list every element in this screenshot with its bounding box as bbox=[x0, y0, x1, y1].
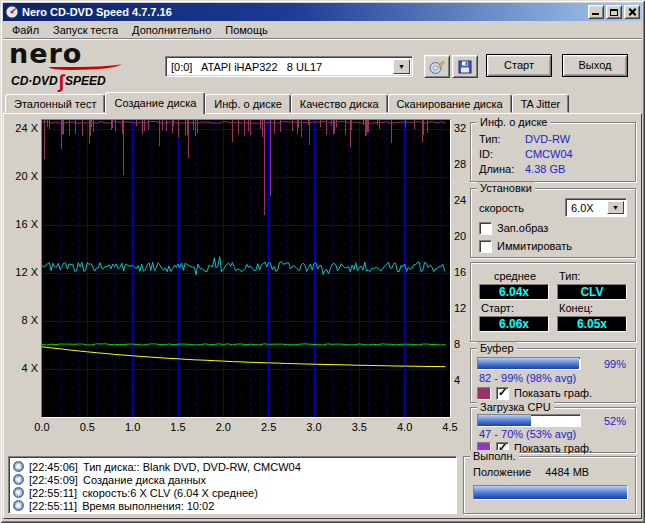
cpu-percent: 52% bbox=[604, 415, 629, 427]
tab-scan-disc[interactable]: Сканирование диска bbox=[388, 94, 512, 113]
disc-icon bbox=[13, 487, 24, 498]
end-speed-value: 6.05x bbox=[557, 316, 627, 332]
speed-row: скорость 6.0X ▼ bbox=[479, 198, 627, 217]
disc-pencil-icon bbox=[429, 59, 445, 75]
disc-id-label: ID: bbox=[479, 148, 525, 160]
start-button[interactable]: Старт bbox=[486, 54, 552, 77]
cpu-bar-row: 52% bbox=[477, 414, 629, 427]
disc-info-group: Инф. о диске Тип: DVD-RW ID: CMCW04 Длин… bbox=[470, 122, 636, 182]
buffer-range: 82 - 99% (98% avg) bbox=[477, 372, 629, 384]
tab-disc-info[interactable]: Инф. о диске bbox=[205, 94, 290, 113]
event-log[interactable]: [22:45:06]Тип диска:: Blank DVD, DVD-RW,… bbox=[8, 456, 457, 514]
menu-extras[interactable]: Дополнительно bbox=[125, 22, 218, 38]
logo-s-icon: ∫ bbox=[58, 71, 65, 92]
write-image-option: Зап.образ bbox=[479, 221, 627, 235]
buffer-show-graph-row: Показать граф. bbox=[477, 386, 629, 400]
toolbar: nero CD·DVD∫SPEED [0:0] ATAPI iHAP322 8 … bbox=[3, 40, 642, 91]
average-speed-label: среднее bbox=[479, 270, 549, 282]
log-timestamp: [22:45:09] bbox=[29, 474, 78, 486]
create-disc-button[interactable] bbox=[424, 55, 450, 78]
speed-select[interactable]: 6.0X ▼ bbox=[565, 198, 627, 217]
menu-bar: Файл Запуск теста Дополнительно Помощь bbox=[3, 21, 642, 38]
end-speed-label: Конец: bbox=[557, 302, 627, 314]
tab-strip: Эталонный тест Создание диска Инф. о дис… bbox=[5, 92, 640, 114]
cpu-group: Загрузка CPU 52% 47 - 70% (53% avg) Пока… bbox=[470, 407, 636, 453]
menu-help[interactable]: Помощь bbox=[218, 22, 275, 38]
log-text: Время выполнения: 10:02 bbox=[82, 500, 214, 512]
disc-length-label: Длина: bbox=[479, 163, 525, 175]
disc-icon bbox=[13, 474, 24, 485]
log-line: [22:55:11]скорость:6 X CLV (6.04 X средн… bbox=[13, 486, 452, 499]
log-text: скорость:6 X CLV (6.04 X среднее) bbox=[82, 487, 258, 499]
cpu-progressbar bbox=[477, 414, 581, 427]
buffer-percent: 99% bbox=[604, 358, 629, 370]
buffer-color-swatch bbox=[477, 387, 491, 400]
buffer-title: Буфер bbox=[477, 342, 517, 354]
speed-label: скорость bbox=[479, 202, 524, 214]
buffer-progressbar bbox=[477, 357, 581, 370]
buffer-bar-row: 99% bbox=[477, 357, 629, 370]
cpu-show-graph-label: Показать граф. bbox=[514, 442, 592, 454]
simulate-label: Иммитировать bbox=[497, 240, 572, 252]
average-speed-value: 6.04x bbox=[479, 284, 549, 300]
write-type-label: Тип: bbox=[557, 270, 627, 282]
write-image-label: Зап.образ bbox=[497, 222, 548, 234]
minimize-button[interactable] bbox=[588, 5, 604, 19]
speed-chart bbox=[42, 120, 450, 417]
tab-ta-jitter[interactable]: TA Jitter bbox=[512, 94, 570, 113]
buffer-show-graph-checkbox[interactable] bbox=[496, 387, 509, 400]
disc-id-value: CMCW04 bbox=[525, 148, 573, 160]
disc-type-row: Тип: DVD-RW bbox=[479, 133, 627, 145]
disc-icon bbox=[13, 461, 24, 472]
tab-benchmark-test[interactable]: Эталонный тест bbox=[5, 94, 105, 113]
progress-bar bbox=[473, 485, 628, 500]
close-button[interactable] bbox=[624, 5, 640, 19]
chevron-down-icon[interactable]: ▼ bbox=[393, 59, 410, 74]
exit-button[interactable]: Выход bbox=[562, 54, 628, 77]
menu-file[interactable]: Файл bbox=[5, 22, 46, 38]
log-line: [22:45:06]Тип диска:: Blank DVD, DVD-RW,… bbox=[13, 460, 452, 473]
maximize-button[interactable] bbox=[606, 5, 622, 19]
simulate-option: Иммитировать bbox=[479, 239, 627, 253]
settings-group: Установки скорость 6.0X ▼ Зап.образ Имми… bbox=[470, 188, 636, 258]
simulate-checkbox[interactable] bbox=[479, 240, 492, 253]
chevron-down-icon[interactable]: ▼ bbox=[607, 201, 624, 214]
disc-icon bbox=[13, 500, 24, 511]
chart-plot bbox=[41, 119, 451, 418]
write-image-checkbox[interactable] bbox=[479, 222, 492, 235]
title-bar: Nero CD-DVD Speed 4.7.7.16 bbox=[3, 3, 642, 21]
cpu-range: 47 - 70% (53% avg) bbox=[477, 428, 629, 440]
app-window: Nero CD-DVD Speed 4.7.7.16 Файл Запуск т… bbox=[0, 0, 645, 523]
disc-type-label: Тип: bbox=[479, 133, 525, 145]
nero-logo-swoosh-icon bbox=[49, 61, 121, 70]
tab-disc-quality[interactable]: Качество диска bbox=[291, 94, 388, 113]
nero-logo-subtitle: CD·DVD∫SPEED bbox=[11, 71, 106, 93]
window-title: Nero CD-DVD Speed 4.7.7.16 bbox=[22, 6, 586, 18]
log-text: Создание диска данных bbox=[83, 474, 206, 486]
disc-id-row: ID: CMCW04 bbox=[479, 148, 627, 160]
cpu-title: Загрузка CPU bbox=[477, 401, 554, 413]
log-timestamp: [22:55:11] bbox=[29, 500, 77, 512]
menu-run-test[interactable]: Запуск теста bbox=[46, 22, 125, 38]
disc-length-value: 4.38 GB bbox=[525, 163, 565, 175]
progress-group: Выполн. Положение 4484 MB bbox=[463, 456, 636, 514]
position-label: Положение bbox=[473, 466, 531, 480]
position-row: Положение 4484 MB bbox=[473, 466, 626, 480]
write-type-value: CLV bbox=[557, 284, 627, 300]
tab-create-disc[interactable]: Создание диска bbox=[105, 92, 205, 114]
drive-select[interactable]: [0:0] ATAPI iHAP322 8 UL17 ▼ bbox=[165, 56, 413, 77]
save-button[interactable] bbox=[452, 55, 478, 78]
buffer-show-graph-label: Показать граф. bbox=[514, 387, 592, 399]
buffer-group: Буфер 99% 82 - 99% (98% avg) Показать гр… bbox=[470, 348, 636, 403]
log-line: [22:45:09]Создание диска данных bbox=[13, 473, 452, 486]
settings-title: Установки bbox=[477, 182, 535, 194]
log-timestamp: [22:55:11] bbox=[29, 487, 77, 499]
save-icon bbox=[457, 59, 473, 75]
progress-title: Выполн. bbox=[470, 450, 519, 462]
disc-info-title: Инф. о диске bbox=[477, 116, 550, 128]
app-icon bbox=[5, 5, 19, 19]
speed-readout-group: среднее Тип: 6.04x CLV Старт: Конец: 6.0… bbox=[470, 262, 636, 342]
log-text: Тип диска:: Blank DVD, DVD-RW, CMCW04 bbox=[83, 461, 301, 473]
start-speed-label: Старт: bbox=[479, 302, 549, 314]
disc-length-row: Длина: 4.38 GB bbox=[479, 163, 627, 175]
